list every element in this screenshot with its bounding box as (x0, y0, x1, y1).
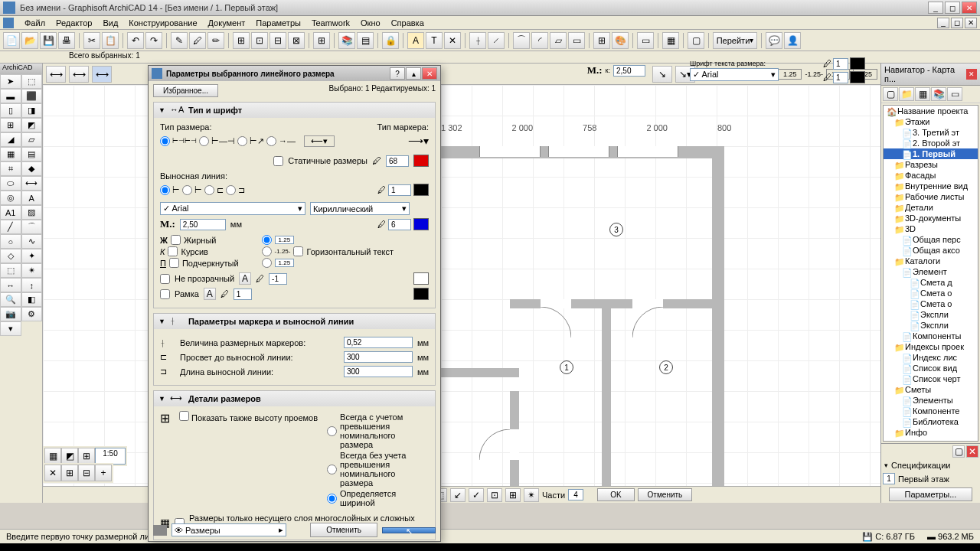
tree-item[interactable]: 📄Библиотека (884, 416, 978, 427)
tree-item[interactable]: 📁Фасады (884, 170, 978, 181)
story-button[interactable]: ▤ (357, 32, 374, 49)
save-button[interactable]: 💾 (40, 32, 57, 49)
pick-button[interactable]: ✎ (171, 32, 188, 49)
menu-window[interactable]: Окно (356, 18, 385, 28)
layer-select[interactable]: 👁 Размеры▸ (172, 523, 286, 536)
menu-help[interactable]: Справка (387, 18, 429, 28)
tool-arc[interactable]: ⌒ (21, 220, 43, 234)
text-x[interactable]: ✕ (444, 32, 461, 49)
disp3[interactable]: ▢ (688, 32, 704, 49)
parts-n[interactable]: 4 (568, 489, 583, 500)
tool-dim[interactable]: ⟷ (21, 176, 43, 191)
dialog-min[interactable]: ▴ (406, 67, 421, 80)
nav-close[interactable]: ✕ (966, 69, 977, 80)
tool-curtain[interactable]: ▤ (21, 147, 43, 161)
view2[interactable]: 🎨 (612, 32, 629, 49)
dialog-cancel[interactable]: Отменить (310, 523, 377, 537)
dialog-close[interactable]: ✕ (422, 67, 437, 80)
scale-input[interactable]: 1:50 (95, 448, 126, 465)
underline-check[interactable] (169, 258, 179, 268)
lock-button[interactable]: 🔒 (382, 32, 399, 49)
tree-item[interactable]: 📁Этажи (884, 116, 978, 127)
lc4[interactable]: + (95, 465, 112, 481)
spec-ctrl2[interactable]: ✕ (966, 445, 978, 458)
size-input-dlg[interactable] (180, 219, 226, 230)
ext-color[interactable] (413, 184, 429, 196)
doc-close[interactable]: ✕ (965, 18, 977, 28)
font-dropdown[interactable]: ✓ Arial▾ (690, 68, 779, 81)
menu-view[interactable]: Вид (98, 18, 122, 28)
tree-item[interactable]: 📄Экспли (884, 320, 978, 331)
dim-type-radios[interactable]: ⊢⊣⊢⊣ ⊢—⊣ ⊢↗ →— ⟵▾ (160, 135, 335, 147)
tool-section[interactable]: ↔ (0, 278, 21, 292)
paste-button[interactable]: 📋 (102, 32, 119, 49)
extline-radios[interactable]: ⊢ ⊢ ⊏ ⊐ (160, 185, 245, 195)
tool-object[interactable]: ◆ (21, 161, 43, 176)
tree-item[interactable]: 📁Сметы (884, 384, 978, 395)
tool-figure[interactable]: ⬚ (0, 263, 21, 278)
tree-item[interactable]: 📄Смета д (884, 277, 978, 288)
open-button[interactable]: 📂 (21, 32, 38, 49)
shape2[interactable]: ▭ (568, 32, 585, 49)
static-color[interactable] (413, 155, 429, 167)
tool-skylight[interactable]: ◩ (21, 118, 43, 132)
tree-item[interactable]: 📄Общая перс (884, 234, 978, 245)
marker-arrow-icon[interactable]: ⟶▾ (408, 135, 429, 147)
print-button[interactable]: 🖶 (58, 32, 75, 49)
maximize-button[interactable]: ◻ (945, 2, 960, 14)
size-input[interactable] (613, 65, 645, 77)
cr3[interactable]: ✓ (469, 488, 484, 502)
snap1[interactable]: ⊞ (233, 32, 250, 49)
cancel-button[interactable]: Отменить (638, 488, 693, 501)
shape1[interactable]: ▱ (550, 32, 567, 49)
text-a[interactable]: A (407, 32, 424, 49)
ext-val[interactable] (388, 184, 411, 196)
params-button[interactable]: Параметры... (889, 487, 973, 501)
doc-maximize[interactable]: ◻ (951, 18, 963, 28)
pen-button[interactable]: 🖊 (189, 32, 206, 49)
frame-check[interactable] (160, 289, 170, 299)
align2[interactable]: ⟋ (488, 32, 505, 49)
text-t[interactable]: T (426, 32, 443, 49)
tree-item[interactable]: 📄3. Третий эт (884, 127, 978, 138)
goto-dropdown[interactable]: Перейти ▾ (713, 32, 757, 49)
doc-minimize[interactable]: _ (937, 18, 949, 28)
menu-params[interactable]: Параметры (251, 18, 305, 28)
new-button[interactable]: 📄 (3, 32, 20, 49)
tree-item[interactable]: 📄Смета о (884, 288, 978, 298)
ok-button[interactable]: OK (597, 488, 634, 501)
lc3[interactable]: ⊟ (78, 465, 95, 481)
tree-item[interactable]: 📄Общая аксо (884, 245, 978, 256)
close-button[interactable]: ✕ (962, 2, 977, 14)
static-check[interactable] (273, 156, 283, 166)
tool-more[interactable]: ▾ (0, 321, 21, 336)
tree-item[interactable]: 📄Список вид (884, 363, 978, 373)
static-val[interactable] (386, 155, 409, 167)
nt4[interactable]: 📚 (931, 87, 946, 101)
tree-item[interactable]: 📄Список черт (884, 373, 978, 384)
tree-item[interactable]: 📁Внутренние вид (884, 181, 978, 191)
lc-close[interactable]: ✕ (44, 465, 61, 481)
tree-item[interactable]: 📁3D (884, 223, 978, 234)
section-marker[interactable]: ▼⟊ Параметры маркера и выносной линии (154, 314, 435, 329)
arc1[interactable]: ⌒ (513, 32, 530, 49)
font-select[interactable]: ✓ Arial▾ (160, 202, 305, 215)
tool-text[interactable]: A (21, 191, 43, 205)
tool-fill[interactable]: ▨ (21, 205, 43, 220)
section-details[interactable]: ▼⟷ Детали размеров (154, 391, 435, 406)
script-select[interactable]: Кириллический▾ (310, 202, 410, 215)
nt1[interactable]: ▢ (883, 87, 898, 101)
tree-item[interactable]: 📁Рабочие листы (884, 191, 978, 202)
tool-drawing[interactable]: ✴ (21, 263, 43, 278)
view1[interactable]: ⊞ (593, 32, 610, 49)
spec-n[interactable]: 1 (883, 473, 895, 484)
tree-item[interactable]: 📄Экспли (884, 309, 978, 320)
tree-item[interactable]: 📄Элементы (884, 395, 978, 406)
arc2[interactable]: ◜ (531, 32, 548, 49)
pencil-button[interactable]: ✏ (207, 32, 224, 49)
cr4[interactable]: ⊡ (487, 488, 502, 502)
chat-button[interactable]: 💬 (766, 32, 782, 49)
tool-marquee[interactable]: ⬚ (21, 74, 43, 89)
nt2[interactable]: 📁 (899, 87, 914, 101)
tool-level[interactable]: ◎ (0, 191, 21, 205)
